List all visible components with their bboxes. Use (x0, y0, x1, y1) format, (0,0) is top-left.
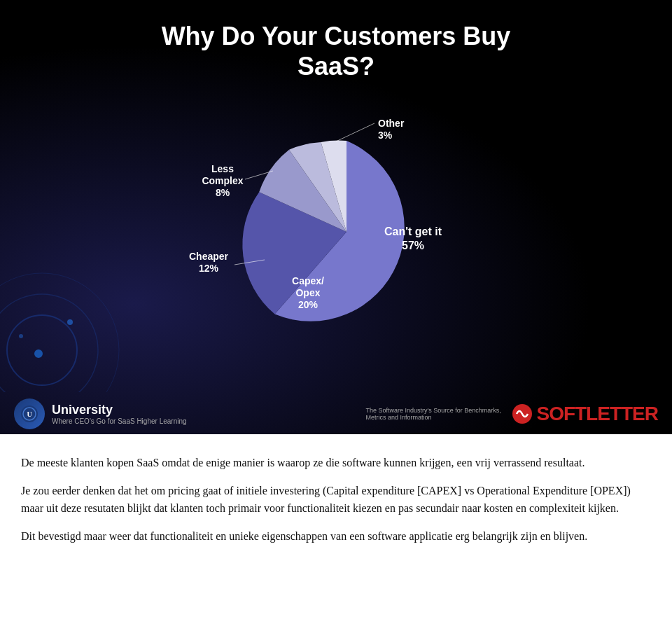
svg-point-4 (67, 319, 73, 325)
other-label: Other (378, 118, 405, 129)
cant-get-it-label: Can't get it (384, 226, 442, 237)
softletter-tagline: The Software Industry's Source for Bench… (365, 407, 505, 421)
text-content: De meeste klanten kopen SaaS omdat de en… (0, 434, 672, 562)
svg-point-5 (19, 334, 23, 338)
svg-text:Complex: Complex (202, 175, 243, 186)
pie-chart: Other 3% Less Complex 8% Cheaper 12% Cap… (161, 88, 511, 354)
paragraph-1: De meeste klanten kopen SaaS omdat de en… (21, 454, 651, 472)
university-branding: U University Where CEO's Go for SaaS Hig… (14, 398, 187, 429)
svg-point-0 (7, 315, 77, 385)
svg-text:57%: 57% (402, 240, 424, 251)
university-subtitle: Where CEO's Go for SaaS Higher Learning (52, 417, 187, 425)
capex-opex-label: Capex/ (292, 275, 324, 286)
svg-point-2 (0, 273, 119, 392)
svg-point-3 (34, 349, 43, 358)
paragraph-3: Dit bevestigd maar weer dat functionalit… (21, 527, 651, 546)
svg-text:3%: 3% (378, 130, 393, 141)
svg-text:20%: 20% (298, 299, 318, 310)
university-logo-icon: U (14, 398, 45, 429)
svg-text:12%: 12% (199, 263, 219, 274)
svg-text:Opex: Opex (295, 287, 320, 298)
cheaper-label: Cheaper (189, 251, 229, 262)
softletter-logo-icon (511, 403, 533, 425)
slide-title: Why Do Your Customers Buy SaaS? (162, 21, 511, 81)
university-label: University (52, 403, 187, 417)
slide: Why Do Your Customers Buy SaaS? Other 3% (0, 0, 672, 434)
svg-text:8%: 8% (216, 187, 230, 198)
decorative-circles (0, 238, 154, 392)
svg-text:U: U (27, 410, 31, 418)
svg-line-7 (336, 123, 374, 141)
softletter-label: SOFTLETTER (536, 403, 658, 425)
less-complex-label: Less (211, 163, 234, 174)
pie-chart-container: Other 3% Less Complex 8% Cheaper 12% Cap… (161, 88, 511, 354)
paragraph-2: Je zou eerder denken dat het om pricing … (21, 482, 651, 518)
softletter-branding: The Software Industry's Source for Bench… (365, 403, 658, 425)
svg-point-1 (0, 294, 98, 392)
slide-footer: U University Where CEO's Go for SaaS Hig… (0, 394, 672, 434)
